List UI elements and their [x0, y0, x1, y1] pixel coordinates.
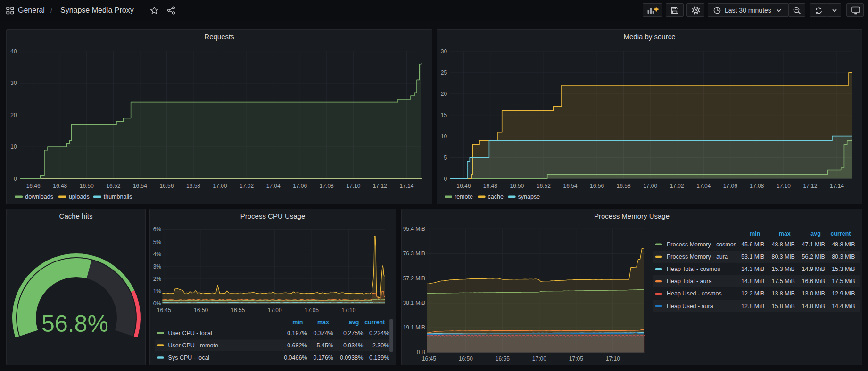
svg-text:25: 25: [441, 69, 447, 76]
svg-text:Heap Used - cosmos: Heap Used - cosmos: [667, 290, 722, 297]
svg-text:80.3 MiB: 80.3 MiB: [832, 253, 855, 260]
svg-text:16:58: 16:58: [186, 183, 200, 189]
svg-text:17:04: 17:04: [266, 183, 281, 189]
svg-text:2%: 2%: [153, 276, 162, 282]
svg-text:17:00: 17:00: [268, 307, 282, 313]
svg-text:3%: 3%: [153, 263, 162, 270]
svg-text:0.0938%: 0.0938%: [340, 354, 363, 361]
svg-text:20: 20: [441, 91, 447, 97]
svg-text:16.6 MiB: 16.6 MiB: [802, 278, 825, 285]
svg-text:17.5 MiB: 17.5 MiB: [771, 278, 794, 285]
svg-text:17:00: 17:00: [213, 183, 227, 189]
svg-text:17:06: 17:06: [723, 183, 737, 189]
svg-text:40: 40: [10, 48, 17, 55]
svg-text:0.0466%: 0.0466%: [284, 354, 307, 361]
svg-text:17:12: 17:12: [803, 183, 817, 189]
svg-text:38.1 MiB: 38.1 MiB: [403, 300, 425, 306]
svg-text:synapse: synapse: [518, 194, 540, 200]
svg-text:17:10: 17:10: [777, 183, 791, 189]
svg-text:16:50: 16:50: [510, 183, 524, 189]
svg-text:min: min: [292, 319, 303, 326]
svg-text:0.224%: 0.224%: [369, 330, 389, 337]
svg-text:30: 30: [10, 80, 17, 86]
svg-text:current: current: [364, 319, 385, 326]
svg-text:0 B: 0 B: [417, 349, 425, 355]
svg-text:20: 20: [10, 112, 17, 118]
svg-text:thumbnails: thumbnails: [104, 194, 132, 200]
svg-text:45.6 MiB: 45.6 MiB: [741, 241, 764, 248]
svg-text:1%: 1%: [153, 288, 162, 295]
svg-text:15.8 MiB: 15.8 MiB: [771, 303, 794, 310]
svg-text:56.8%: 56.8%: [41, 311, 108, 337]
svg-text:Process Memory - cosmos: Process Memory - cosmos: [667, 241, 736, 248]
svg-text:2.30%: 2.30%: [372, 342, 389, 349]
svg-text:12.2 MiB: 12.2 MiB: [741, 290, 764, 297]
svg-text:14.4 MiB: 14.4 MiB: [832, 303, 855, 310]
svg-text:53.1 MiB: 53.1 MiB: [741, 253, 764, 260]
svg-text:13.8 MiB: 13.8 MiB: [771, 290, 794, 297]
svg-text:5%: 5%: [153, 239, 162, 245]
svg-text:17:04: 17:04: [696, 183, 711, 189]
svg-text:14.9 MiB: 14.9 MiB: [802, 266, 825, 272]
svg-text:Heap Total - aura: Heap Total - aura: [667, 278, 712, 285]
svg-text:16:52: 16:52: [106, 183, 120, 189]
svg-text:0: 0: [444, 176, 447, 182]
svg-text:17:05: 17:05: [569, 355, 583, 362]
svg-text:4%: 4%: [153, 251, 162, 258]
svg-text:14.3 MiB: 14.3 MiB: [741, 266, 764, 272]
svg-text:12.8 MiB: 12.8 MiB: [741, 303, 764, 310]
svg-text:12.9 MiB: 12.9 MiB: [832, 290, 855, 297]
svg-text:Process Memory - aura: Process Memory - aura: [667, 253, 728, 260]
svg-text:17:08: 17:08: [750, 183, 764, 189]
svg-text:16:48: 16:48: [53, 183, 67, 189]
svg-text:16:54: 16:54: [563, 183, 577, 189]
svg-text:48.8 MiB: 48.8 MiB: [832, 241, 855, 248]
svg-text:17:10: 17:10: [341, 307, 355, 313]
svg-text:17:06: 17:06: [293, 183, 307, 189]
svg-text:14.8 MiB: 14.8 MiB: [802, 303, 825, 310]
svg-text:17.5 MiB: 17.5 MiB: [832, 278, 855, 285]
svg-text:15.3 MiB: 15.3 MiB: [771, 266, 794, 272]
svg-text:max: max: [317, 319, 329, 326]
svg-text:16:50: 16:50: [80, 183, 94, 189]
svg-text:47.1 MiB: 47.1 MiB: [802, 241, 825, 248]
svg-text:16:45: 16:45: [422, 355, 436, 362]
svg-text:16:56: 16:56: [590, 183, 604, 189]
svg-text:cache: cache: [488, 194, 504, 200]
svg-text:16:46: 16:46: [456, 183, 471, 189]
svg-text:14.8 MiB: 14.8 MiB: [741, 278, 764, 285]
svg-text:16:58: 16:58: [617, 183, 631, 189]
svg-text:avg: avg: [810, 230, 821, 237]
svg-text:16:50: 16:50: [194, 307, 208, 313]
svg-text:16:55: 16:55: [231, 307, 245, 313]
svg-text:min: min: [750, 230, 760, 237]
svg-text:76.3 MiB: 76.3 MiB: [403, 250, 425, 257]
svg-text:17:02: 17:02: [240, 183, 254, 189]
svg-text:0: 0: [14, 176, 17, 182]
svg-text:5: 5: [444, 154, 447, 161]
svg-text:17:02: 17:02: [670, 183, 684, 189]
svg-text:Heap Total - cosmos: Heap Total - cosmos: [667, 266, 720, 272]
svg-text:57.2 MiB: 57.2 MiB: [403, 275, 425, 282]
svg-text:avg: avg: [349, 319, 359, 326]
svg-text:13.0 MiB: 13.0 MiB: [802, 290, 825, 297]
svg-text:80.3 MiB: 80.3 MiB: [771, 253, 794, 260]
svg-text:17:00: 17:00: [643, 183, 657, 189]
svg-text:17:08: 17:08: [320, 183, 334, 189]
svg-text:0.374%: 0.374%: [314, 330, 333, 337]
svg-text:16:50: 16:50: [459, 355, 473, 362]
svg-text:16:56: 16:56: [159, 183, 174, 189]
svg-text:16:45: 16:45: [157, 307, 171, 313]
svg-text:uploads: uploads: [69, 194, 90, 200]
svg-text:10: 10: [441, 133, 447, 140]
svg-text:User CPU - remote: User CPU - remote: [168, 342, 218, 349]
svg-text:17:10: 17:10: [346, 183, 360, 189]
svg-text:15.3 MiB: 15.3 MiB: [832, 266, 855, 272]
svg-text:17:10: 17:10: [606, 355, 620, 362]
svg-text:19.1 MiB: 19.1 MiB: [403, 324, 425, 331]
svg-text:15: 15: [441, 112, 447, 118]
svg-text:17:05: 17:05: [305, 307, 319, 313]
svg-text:95.4 MiB: 95.4 MiB: [403, 226, 425, 232]
svg-text:0.682%: 0.682%: [287, 342, 307, 349]
svg-text:16:55: 16:55: [496, 355, 510, 362]
